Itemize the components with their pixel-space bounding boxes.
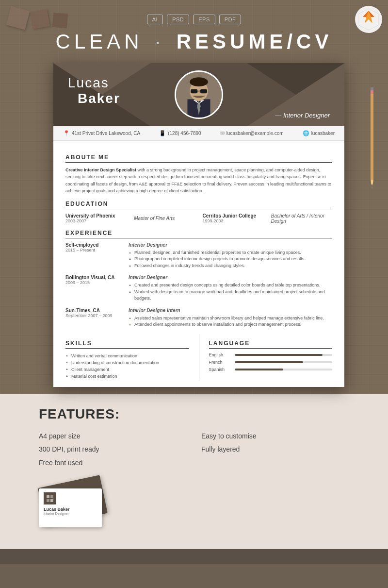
exp-bullet: Assisted sales representative maintain s… bbox=[129, 315, 332, 322]
bottom-bar bbox=[0, 549, 388, 564]
lang-bar-fill-french bbox=[235, 361, 303, 363]
lang-item-french: French bbox=[209, 360, 333, 365]
exp-period-2: 2009 – 2015 bbox=[65, 280, 124, 285]
edu-year-2: 1999-2003 bbox=[203, 218, 264, 223]
edu-degree-2: Bachelor of Arts / Interior Design bbox=[271, 213, 332, 224]
about-section-title: ABOUTE ME bbox=[65, 154, 332, 163]
lang-name-french: French bbox=[209, 360, 231, 365]
lang-bar-bg bbox=[235, 354, 333, 356]
lang-bar-bg bbox=[235, 361, 333, 363]
skill-item: Understanding of construction documentat… bbox=[65, 359, 189, 366]
format-pdf: PDF bbox=[219, 15, 242, 24]
skill-item: Material cost estimation bbox=[65, 373, 189, 380]
exp-bullet: Followed changes in industry trends and … bbox=[129, 263, 332, 269]
skill-item: Written and verbal communication bbox=[65, 353, 189, 359]
edu-school-1: University of Phoenix bbox=[65, 213, 127, 218]
exp-right-2: Interior Designer Created and presented … bbox=[129, 275, 332, 302]
lang-item-spanish: Spanish bbox=[209, 367, 333, 372]
exp-role-1: Interior Designer bbox=[129, 242, 332, 248]
format-ai: AI bbox=[147, 15, 163, 24]
svg-rect-15 bbox=[371, 92, 373, 180]
lang-name-spanish: Spanish bbox=[209, 367, 231, 372]
exp-company-2: Bollington Visual, CA bbox=[65, 275, 124, 280]
skills-section-title: SKILLS bbox=[65, 340, 189, 349]
exp-role-2: Interior Designer bbox=[129, 275, 332, 280]
resume-job-title: Interior Designer bbox=[275, 112, 330, 119]
exp-bullets-1: Planned, designed, and furnished residen… bbox=[129, 250, 332, 269]
features-title: FEATURES: bbox=[39, 406, 349, 422]
contact-address: 📍 41st Privet Drive Lakewood, CA bbox=[63, 130, 140, 136]
exp-bullet: Created and presented design concepts us… bbox=[129, 282, 332, 289]
edu-year-1: 2003-2007 bbox=[65, 218, 127, 223]
edu-degree-1-wrap: Master of Fine Arts bbox=[134, 213, 195, 224]
logo-badge bbox=[354, 5, 383, 34]
about-bold: Creative Interior Design Specialist bbox=[65, 168, 136, 172]
feature-dpi: 300 DPI, print ready bbox=[39, 445, 187, 454]
exp-left-2: Bollington Visual, CA 2009 – 2015 bbox=[65, 275, 124, 302]
skills-column: SKILLS Written and verbal communication … bbox=[65, 334, 199, 380]
first-name: Lucas bbox=[68, 75, 120, 91]
edu-school-2: Cerritos Junior College bbox=[203, 213, 264, 218]
education-section-title: EDUCATION bbox=[65, 201, 332, 209]
exp-row-2: Bollington Visual, CA 2009 – 2015 Interi… bbox=[65, 275, 332, 302]
last-name: Baker bbox=[78, 91, 120, 106]
edu-item-1: University of Phoenix 2003-2007 bbox=[65, 213, 127, 224]
bottom-section: SKILLS Written and verbal communication … bbox=[65, 334, 332, 380]
svg-point-14 bbox=[190, 77, 208, 86]
resume-card: Lucas Baker bbox=[53, 63, 344, 387]
exp-bullets-2: Created and presented design concepts us… bbox=[129, 282, 332, 302]
features-section: FEATURES: A4 paper size 300 DPI, print r… bbox=[0, 394, 388, 550]
svg-rect-22 bbox=[50, 495, 53, 498]
lang-bar-fill-english bbox=[235, 354, 323, 356]
exp-left-3: Sun-Times, CA September 2007 – 2009 bbox=[65, 308, 124, 328]
language-column: LANGUAGE English French Spa bbox=[199, 334, 333, 380]
edu-degree-1: Master of Fine Arts bbox=[134, 216, 175, 221]
edu-item-2: Cerritos Junior College 1999-2003 bbox=[203, 213, 264, 224]
exp-bullet: Planned, designed, and furnished residen… bbox=[129, 250, 332, 256]
exp-period-1: 2015 – Present bbox=[65, 248, 124, 252]
exp-right-3: Interior Designe Intern Assisted sales r… bbox=[129, 308, 332, 328]
feature-a4: A4 paper size bbox=[39, 432, 187, 441]
resume-name: Lucas Baker bbox=[68, 75, 120, 106]
bcard-logo bbox=[44, 492, 56, 504]
location-icon: 📍 bbox=[63, 130, 70, 136]
exp-role-3: Interior Designe Intern bbox=[129, 308, 332, 313]
features-col-1: A4 paper size 300 DPI, print ready Free … bbox=[39, 432, 187, 472]
contact-bar: 📍 41st Privet Drive Lakewood, CA 📱 (128)… bbox=[53, 126, 344, 141]
exp-period-3: September 2007 – 2009 bbox=[65, 313, 124, 318]
avatar bbox=[175, 70, 223, 119]
title-separator: · bbox=[155, 30, 164, 53]
exp-bullets-3: Assisted sales representative maintain s… bbox=[129, 315, 332, 328]
feature-customise: Easy to customise bbox=[201, 432, 349, 441]
web-icon: 🌐 bbox=[303, 130, 309, 136]
exp-bullet: Worked with design team to manage worklo… bbox=[129, 289, 332, 302]
features-col-2: Easy to customise Fully layered bbox=[201, 432, 349, 472]
svg-rect-23 bbox=[47, 499, 49, 502]
contact-email: ✉ lucasbaker@example.com bbox=[220, 130, 284, 136]
skill-item: Client management bbox=[65, 366, 189, 373]
exp-bullet: Photographed completed interior design p… bbox=[129, 256, 332, 263]
decor-blocks bbox=[7, 7, 68, 31]
contact-website: 🌐 lucasbaker bbox=[303, 130, 335, 136]
svg-rect-19 bbox=[371, 87, 373, 90]
experience-section-title: EXPERIENCE bbox=[65, 230, 332, 238]
exp-row-1: Self-employed 2015 – Present Interior De… bbox=[65, 242, 332, 269]
svg-rect-18 bbox=[371, 90, 373, 94]
business-card-front: Lucas Baker Interior Designer bbox=[39, 488, 102, 527]
svg-rect-12 bbox=[200, 89, 207, 93]
exp-row-3: Sun-Times, CA September 2007 – 2009 Inte… bbox=[65, 308, 332, 328]
resume-header: Lucas Baker bbox=[53, 63, 344, 126]
svg-rect-24 bbox=[50, 499, 53, 502]
pencil-decoration bbox=[370, 87, 374, 194]
exp-right-1: Interior Designer Planned, designed, and… bbox=[129, 242, 332, 269]
lang-bar-fill-spanish bbox=[235, 369, 284, 370]
resume-body: ABOUTE ME Creative Interior Design Speci… bbox=[53, 141, 344, 387]
phone-icon: 📱 bbox=[159, 130, 166, 136]
bcard-name: Lucas Baker bbox=[44, 507, 97, 512]
edu-degree-2-wrap: Bachelor of Arts / Interior Design bbox=[271, 213, 332, 224]
features-grid: A4 paper size 300 DPI, print ready Free … bbox=[39, 432, 349, 472]
format-badges: AI PSD EPS PDF bbox=[15, 15, 373, 24]
exp-bullet: Attended client appointments to observe … bbox=[129, 321, 332, 328]
business-cards-stack: Baker Lucas Baker Interior Designer bbox=[39, 479, 112, 537]
format-psd: PSD bbox=[167, 15, 189, 24]
